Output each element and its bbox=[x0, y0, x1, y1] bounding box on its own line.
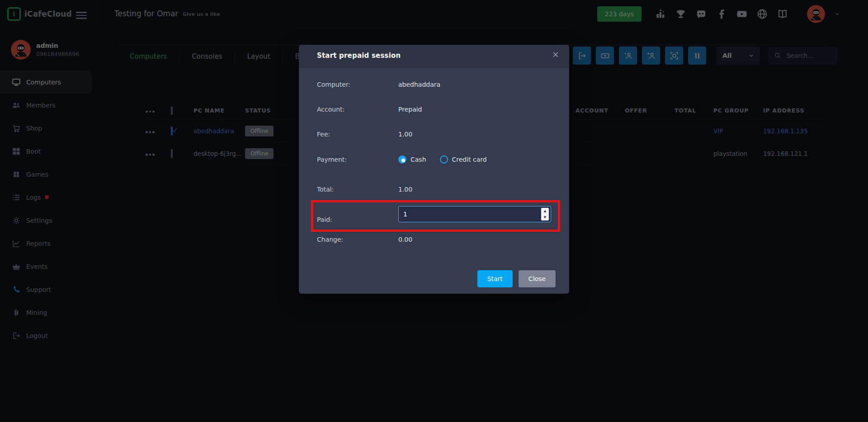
paid-input[interactable] bbox=[398, 206, 551, 222]
change-label: Change: bbox=[317, 236, 343, 243]
close-button[interactable]: Close bbox=[519, 270, 556, 287]
radio-selected-icon bbox=[398, 155, 406, 164]
radio-credit-card[interactable]: Credit card bbox=[440, 155, 487, 164]
change-value: 0.00 bbox=[398, 236, 412, 243]
computer-label: Computer: bbox=[317, 81, 350, 88]
total-value: 1.00 bbox=[398, 186, 412, 193]
radio-unselected-icon bbox=[440, 155, 448, 164]
number-spinner: ▲ ▼ bbox=[541, 208, 549, 220]
close-icon[interactable]: × bbox=[552, 49, 559, 59]
paid-field-wrap: ▲ ▼ bbox=[398, 206, 551, 222]
payment-options: Cash Credit card bbox=[398, 155, 487, 164]
spinner-up-button[interactable]: ▲ bbox=[541, 208, 549, 214]
start-button[interactable]: Start bbox=[477, 270, 513, 287]
fee-value: 1.00 bbox=[398, 131, 412, 138]
computer-value: abedhaddara bbox=[398, 81, 440, 88]
modal-footer: Start Close bbox=[477, 270, 556, 287]
total-label: Total: bbox=[317, 186, 334, 193]
fee-label: Fee: bbox=[317, 131, 330, 138]
modal-header: Start prepaid session × bbox=[299, 45, 569, 67]
start-prepaid-session-modal: Start prepaid session × Computer: abedha… bbox=[299, 45, 569, 294]
modal-title: Start prepaid session bbox=[317, 52, 401, 60]
radio-cash[interactable]: Cash bbox=[398, 155, 426, 164]
spinner-down-button[interactable]: ▼ bbox=[541, 214, 549, 220]
paid-label: Paid: bbox=[317, 216, 332, 223]
account-value: Prepaid bbox=[398, 106, 422, 113]
account-label: Account: bbox=[317, 106, 344, 113]
payment-label: Payment: bbox=[317, 156, 347, 163]
